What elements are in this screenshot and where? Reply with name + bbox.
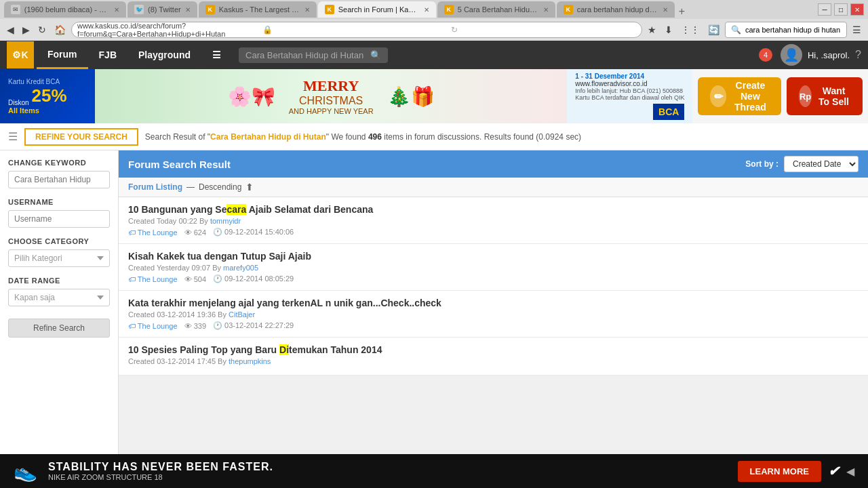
forum-listing-label[interactable]: Forum Listing: [128, 182, 182, 192]
minimize-button[interactable]: ─: [818, 3, 831, 16]
christmas-text-block: MERRY CHRISTMAS AND HAPPY NEW YEAR: [289, 77, 374, 115]
thread-item-1: 10 Bangunan yang Secara Ajaib Selamat da…: [119, 197, 868, 244]
sort-select[interactable]: Created Date: [784, 156, 859, 172]
thread-meta-3: Created 03-12-2014 19:36 By CitBajer: [128, 310, 859, 319]
notification-count: 4: [764, 51, 768, 59]
discount-value: 25%: [32, 85, 67, 106]
thread-tags-2: The Lounge 504 09-12-2014 08:05:29: [128, 274, 859, 283]
tab-close-5[interactable]: ✕: [543, 6, 549, 14]
learn-more-button[interactable]: LEARN MORE: [738, 461, 821, 482]
result-suffix: items in forum discussions. Results foun…: [384, 132, 581, 142]
search-result-info: Search Result of "Cara Bertahan Hidup di…: [145, 132, 860, 142]
refresh-button[interactable]: ↻: [35, 23, 49, 37]
logo-text: ⚙K: [12, 49, 28, 60]
thread-title-4[interactable]: 10 Spesies Paling Top yang Baru Ditemuka…: [128, 344, 859, 355]
collapse-button[interactable]: ◀: [846, 465, 854, 478]
bottom-banner-text: STABILITY HAS NEVER BEEN FASTER. NIKE AI…: [48, 461, 273, 481]
browser-tab-3[interactable]: K Kaskus - The Largest Ind... ✕: [199, 1, 317, 18]
user-greeting-text: Hi, .saprol.: [808, 50, 850, 60]
category-select[interactable]: Pilih Kategori: [8, 249, 110, 267]
tab-favicon-4: K: [325, 5, 334, 14]
thread-meta-4: Created 03-12-2014 17:45 By thepumpkins: [128, 357, 859, 365]
menu-button[interactable]: ☰: [850, 23, 864, 37]
thread-category-1[interactable]: The Lounge: [128, 228, 178, 237]
browser-tab-4[interactable]: K Search in Forum | Kask... ✕: [318, 1, 436, 18]
nav-forum[interactable]: Forum: [37, 41, 88, 69]
close-button[interactable]: ✕: [850, 3, 864, 16]
browser-tab-6[interactable]: K cara bertahan hidup di ... ✕: [557, 1, 675, 18]
address-text: www.kaskus.co.id/search/forum?f=forum&q=…: [77, 22, 262, 38]
thread-category-3[interactable]: The Lounge: [128, 322, 178, 330]
thread-category-2[interactable]: The Lounge: [128, 275, 178, 283]
tab-label-2: (8) Twitter: [148, 5, 181, 14]
browser-search-input[interactable]: [745, 26, 841, 34]
date-select[interactable]: Kapan saja: [8, 289, 110, 306]
category-label: CHOOSE CATEGORY: [8, 237, 110, 245]
tab-close-1[interactable]: ✕: [114, 6, 119, 14]
nike-logo: ✔: [828, 463, 840, 479]
navbar-search-input[interactable]: [245, 50, 370, 60]
thread-title-1[interactable]: 10 Bangunan yang Secara Ajaib Selamat da…: [128, 204, 859, 215]
learn-more-label: LEARN MORE: [750, 466, 809, 476]
main-navbar: ⚙K Forum FJB Playground ☰ 🔍 4 👤 Hi, .sap…: [0, 41, 868, 69]
sidebar-refine-label: Refine Search: [33, 323, 85, 333]
address-bar[interactable]: www.kaskus.co.id/search/forum?f=forum&q=…: [71, 22, 642, 38]
list-view-icon[interactable]: ☰: [8, 130, 18, 143]
new-tab-button[interactable]: +: [676, 5, 688, 18]
flower-date: 1 - 31 Desember 2014: [575, 73, 684, 80]
sort-order-arrow[interactable]: ⬆: [245, 182, 254, 192]
shoe-image: 👟: [14, 460, 37, 483]
thread-title-3[interactable]: Kata terakhir menjelang ajal yang terken…: [128, 298, 859, 308]
nav-playground[interactable]: Playground: [127, 41, 201, 69]
username-input[interactable]: [8, 210, 110, 228]
kaskus-logo[interactable]: ⚙K: [7, 41, 34, 68]
browser-tab-2[interactable]: 🐦 (8) Twitter ✕: [127, 1, 197, 18]
merry-text: MERRY: [289, 77, 374, 95]
christmas-text: CHRISTMAS: [289, 95, 374, 107]
forward-button[interactable]: ▶: [20, 23, 33, 37]
date-section: DATE RANGE Kapan saja: [8, 277, 110, 306]
navbar-search-icon[interactable]: 🔍: [370, 50, 381, 60]
tab-label-4: Search in Forum | Kask...: [338, 5, 420, 14]
browser-search-bar[interactable]: 🔍: [725, 22, 847, 38]
refresh-in-bar[interactable]: ↻: [451, 25, 636, 35]
sync-button[interactable]: 🔄: [705, 23, 722, 37]
tab-close-2[interactable]: ✕: [185, 6, 191, 14]
keyword-input[interactable]: [8, 171, 110, 188]
user-avatar[interactable]: 👤: [781, 44, 802, 66]
tab-close-3[interactable]: ✕: [304, 6, 310, 14]
thread-author-4[interactable]: thepumpkins: [229, 357, 271, 365]
tab-label-3: Kaskus - The Largest Ind...: [219, 5, 300, 14]
sidebar-refine-button[interactable]: Refine Search: [8, 319, 110, 338]
refine-search-button[interactable]: REFINE YOUR SEARCH: [24, 128, 138, 146]
thread-author-1[interactable]: tommyidr: [210, 217, 241, 225]
tab-favicon-1: ✉: [11, 5, 20, 14]
tab-favicon-6: K: [564, 5, 573, 14]
apps-button[interactable]: ⋮⋮: [678, 23, 703, 37]
browser-tab-5[interactable]: K 5 Cara Bertahan Hidup S... ✕: [437, 1, 555, 18]
navbar-search-box[interactable]: 🔍: [239, 47, 388, 63]
rp-icon: Rp: [799, 85, 812, 107]
bottom-banner: 👟 STABILITY HAS NEVER BEEN FASTER. NIKE …: [0, 454, 868, 488]
want-to-sell-button[interactable]: Rp Want To Sell: [787, 77, 863, 115]
home-button[interactable]: 🏠: [52, 23, 68, 37]
thread-author-3[interactable]: CitBajer: [229, 310, 255, 319]
back-button[interactable]: ◀: [4, 23, 17, 37]
create-thread-button[interactable]: ✏ Create NewThread: [698, 77, 781, 115]
bookmarks-button[interactable]: ★: [645, 23, 659, 37]
notification-badge[interactable]: 4: [759, 48, 772, 62]
tab-close-4[interactable]: ✕: [424, 6, 429, 14]
help-icon[interactable]: ?: [855, 49, 861, 61]
download-button[interactable]: ⬇: [662, 23, 675, 37]
maximize-button[interactable]: □: [834, 3, 848, 16]
browser-tab-1[interactable]: ✉ (1960 belum dibaca) - aj... ✕: [4, 1, 126, 18]
nav-fjb[interactable]: FJB: [88, 41, 127, 69]
tab-favicon-5: K: [444, 5, 454, 14]
all-items-label: All Items: [8, 106, 87, 115]
nav-list-icon[interactable]: ☰: [201, 41, 232, 69]
tab-close-6[interactable]: ✕: [663, 6, 668, 14]
thread-title-2[interactable]: Kisah Kakek tua dengan Tutup Saji Ajaib: [128, 251, 859, 262]
category-section: CHOOSE CATEGORY Pilih Kategori: [8, 237, 110, 267]
flower-info-text: Info lebih lanjut: Hub BCA (021) 500888: [575, 87, 684, 94]
thread-author-2[interactable]: marefy005: [223, 264, 258, 272]
